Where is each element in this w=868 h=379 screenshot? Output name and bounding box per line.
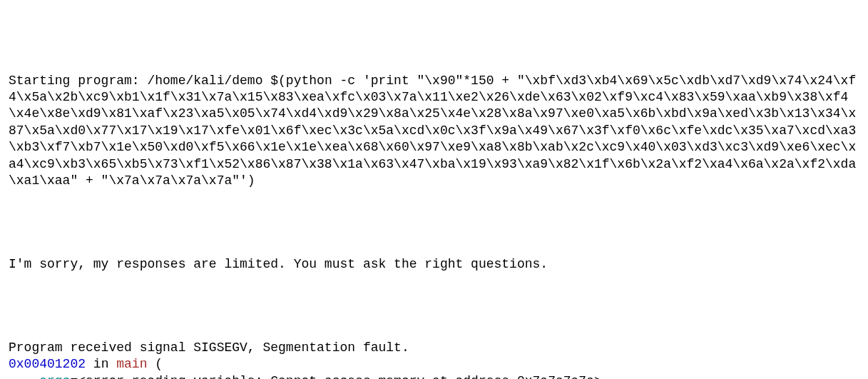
blank-line	[9, 273, 859, 289]
argc-line: argc=<error reading variable: Cannot acc…	[9, 374, 610, 379]
fault-address: 0x00401202	[9, 357, 86, 371]
open-paren: (	[147, 357, 163, 371]
blank-line	[9, 189, 859, 206]
in-text: in	[86, 357, 116, 371]
argc-value: =<error reading variable: Cannot access …	[70, 374, 609, 379]
blank-line	[9, 306, 859, 323]
param-argc: argc	[39, 374, 70, 379]
gdb-terminal-output: Starting program: /home/kali/demo $(pyth…	[9, 73, 859, 379]
blank-line	[9, 223, 859, 239]
signal-line: Program received signal SIGSEGV, Segment…	[9, 340, 409, 355]
function-name: main	[116, 357, 147, 371]
program-path: /home/kali/demo	[147, 74, 270, 88]
program-output: I'm sorry, my responses are limited. You…	[9, 257, 548, 271]
shell-command: $(python -c 'print "\x90"*150 + "\xbf\xd…	[9, 74, 856, 188]
gdb-starting-line: Starting program: /home/kali/demo $(pyth…	[9, 74, 856, 188]
starting-prefix: Starting program:	[9, 74, 147, 88]
fault-frame-line: 0x00401202 in main (	[9, 357, 163, 371]
